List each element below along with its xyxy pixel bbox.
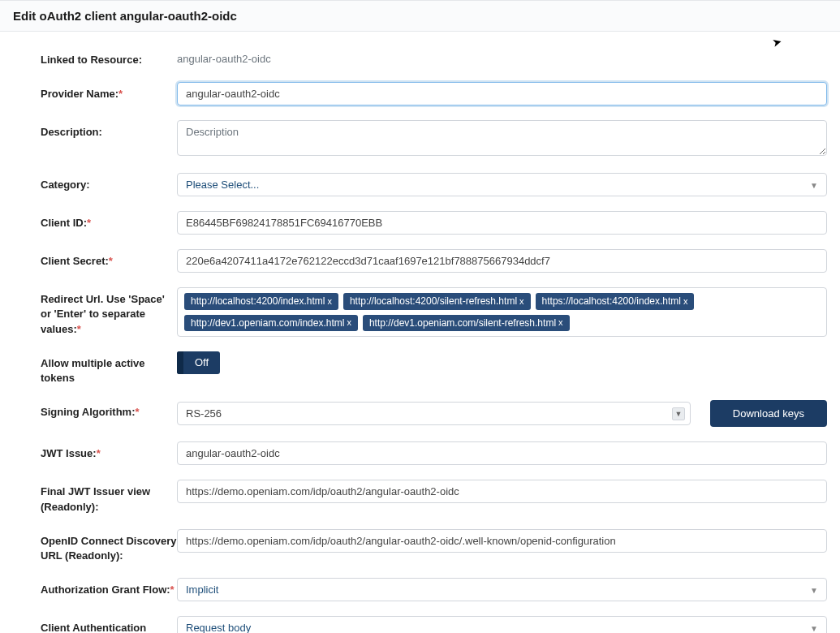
redirect-url-tag[interactable]: http://localhost:4200/silent-refresh.htm… bbox=[343, 293, 531, 309]
label-allow-multiple: Allow multiple active tokens bbox=[41, 351, 177, 385]
remove-tag-icon[interactable]: x bbox=[327, 296, 332, 307]
page-title: Edit oAuth2 client angular-oauth2-oidc bbox=[13, 9, 827, 23]
remove-tag-icon[interactable]: x bbox=[519, 296, 524, 307]
redirect-url-tag[interactable]: http://dev1.openiam.com/silent-refresh.h… bbox=[363, 315, 570, 331]
jwt-issue-input[interactable] bbox=[177, 441, 827, 465]
label-redirect-url: Redirect Url. Use 'Space' or 'Enter' to … bbox=[41, 287, 177, 337]
redirect-url-tag-input[interactable]: http://localhost:4200/index.html xhttp:/… bbox=[177, 287, 827, 337]
page-header: Edit oAuth2 client angular-oauth2-oidc bbox=[0, 0, 840, 32]
remove-tag-icon[interactable]: x bbox=[683, 296, 688, 307]
row-final-jwt-issuer: Final JWT Issuer view (Readonly): bbox=[41, 480, 827, 514]
signing-algorithm-select[interactable]: RS-256 ▼ bbox=[177, 402, 691, 425]
client-id-input[interactable] bbox=[177, 211, 827, 235]
row-client-auth-type: Client Authentication Type:* Request bod… bbox=[41, 616, 827, 633]
chevron-down-icon: ▼ bbox=[810, 585, 818, 594]
category-select[interactable]: Please Select... ▼ bbox=[177, 173, 827, 196]
row-linked-resource: Linked to Resource: angular-oauth2-oidc bbox=[41, 48, 827, 67]
remove-tag-icon[interactable]: x bbox=[558, 317, 563, 328]
download-keys-button[interactable]: Download keys bbox=[710, 400, 827, 427]
label-oidc-discovery: OpenID Connect Discovery URL (Readonly): bbox=[41, 529, 177, 563]
final-jwt-issuer-input bbox=[177, 480, 827, 503]
label-client-id: Client ID:* bbox=[41, 211, 177, 230]
row-allow-multiple: Allow multiple active tokens Off bbox=[41, 351, 827, 385]
row-category: Category: Please Select... ▼ bbox=[41, 173, 827, 196]
client-auth-type-select[interactable]: Request body ▼ bbox=[177, 616, 827, 633]
provider-name-input[interactable] bbox=[177, 82, 827, 106]
row-grant-flow: Authorization Grant Flow:* Implicit ▼ bbox=[41, 578, 827, 601]
row-description: Description: bbox=[41, 120, 827, 158]
label-grant-flow: Authorization Grant Flow:* bbox=[41, 578, 177, 597]
description-input[interactable] bbox=[177, 120, 827, 156]
row-redirect-url: Redirect Url. Use 'Space' or 'Enter' to … bbox=[41, 287, 827, 337]
redirect-url-tag[interactable]: https://localhost:4200/index.html x bbox=[536, 293, 695, 309]
row-provider-name: Provider Name:* bbox=[41, 82, 827, 106]
toggle-handle bbox=[177, 351, 183, 374]
label-linked-resource: Linked to Resource: bbox=[41, 48, 177, 67]
chevron-down-icon: ▼ bbox=[672, 407, 685, 420]
redirect-url-tag[interactable]: http://dev1.openiam.com/index.html x bbox=[184, 315, 358, 331]
row-signing-algorithm: Signing Algorithm:* RS-256 ▼ Download ke… bbox=[41, 400, 827, 427]
label-final-jwt-issuer: Final JWT Issuer view (Readonly): bbox=[41, 480, 177, 514]
row-oidc-discovery: OpenID Connect Discovery URL (Readonly): bbox=[41, 529, 827, 563]
label-client-auth-type: Client Authentication Type:* bbox=[41, 616, 177, 633]
client-secret-input[interactable] bbox=[177, 249, 827, 273]
label-category: Category: bbox=[41, 173, 177, 192]
row-client-id: Client ID:* bbox=[41, 211, 827, 235]
remove-tag-icon[interactable]: x bbox=[347, 317, 351, 328]
form-container: Linked to Resource: angular-oauth2-oidc … bbox=[0, 32, 840, 633]
label-description: Description: bbox=[41, 120, 177, 140]
chevron-down-icon: ▼ bbox=[810, 180, 818, 189]
label-provider-name: Provider Name:* bbox=[41, 82, 177, 101]
label-signing-algorithm: Signing Algorithm:* bbox=[41, 400, 177, 420]
linked-resource-value: angular-oauth2-oidc bbox=[177, 48, 827, 65]
oidc-discovery-input bbox=[177, 529, 827, 553]
chevron-down-icon: ▼ bbox=[810, 623, 818, 632]
allow-multiple-toggle[interactable]: Off bbox=[177, 351, 220, 374]
grant-flow-select[interactable]: Implicit ▼ bbox=[177, 578, 827, 601]
row-jwt-issue: JWT Issue:* bbox=[41, 441, 827, 465]
label-client-secret: Client Secret:* bbox=[41, 249, 177, 269]
redirect-url-tag[interactable]: http://localhost:4200/index.html x bbox=[184, 293, 338, 309]
label-jwt-issue: JWT Issue:* bbox=[41, 441, 177, 461]
row-client-secret: Client Secret:* bbox=[41, 249, 827, 273]
